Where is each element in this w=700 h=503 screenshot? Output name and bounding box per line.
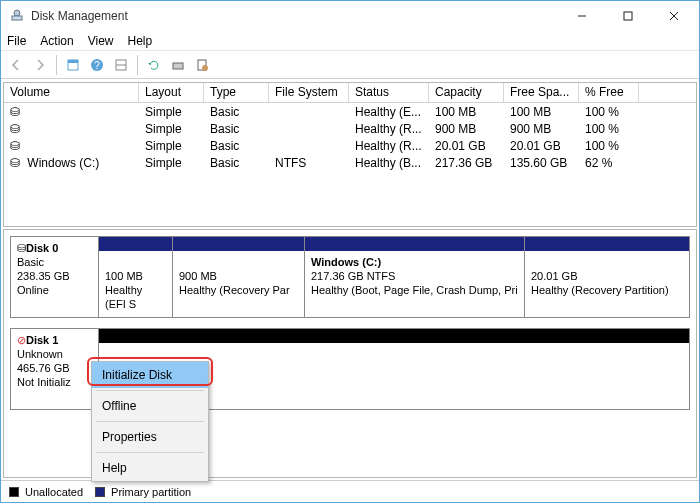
legend-label-primary: Primary partition — [111, 486, 191, 498]
app-icon — [9, 8, 25, 24]
ctx-separator — [96, 421, 204, 422]
col-type[interactable]: Type — [204, 83, 269, 102]
rescan-icon[interactable] — [167, 54, 189, 76]
svg-point-14 — [202, 65, 208, 71]
window-title: Disk Management — [31, 9, 559, 23]
forward-button[interactable] — [29, 54, 51, 76]
disk-icon: ⛁ — [17, 242, 26, 254]
partition-bar — [173, 237, 304, 251]
partition-bar — [99, 329, 689, 343]
context-menu: Initialize Disk Offline Properties Help — [91, 361, 209, 482]
svg-rect-7 — [68, 60, 78, 63]
minimize-button[interactable] — [559, 2, 605, 30]
legend-swatch-primary — [95, 487, 105, 497]
svg-rect-1 — [12, 16, 22, 20]
partition-windows-c[interactable]: Windows (C:)217.36 GB NTFSHealthy (Boot,… — [305, 237, 525, 317]
menubar: File Action View Help — [1, 31, 699, 51]
volume-row[interactable]: ⛁ Simple Basic Healthy (R... 900 MB 900 … — [4, 120, 696, 137]
svg-rect-3 — [624, 12, 632, 20]
refresh-icon[interactable] — [143, 54, 165, 76]
volume-icon: ⛁ — [10, 122, 24, 136]
properties-icon[interactable] — [191, 54, 213, 76]
legend-swatch-unallocated — [9, 487, 19, 497]
col-filesystem[interactable]: File System — [269, 83, 349, 102]
svg-point-0 — [14, 10, 20, 16]
maximize-button[interactable] — [605, 2, 651, 30]
ctx-help[interactable]: Help — [92, 455, 208, 481]
col-capacity[interactable]: Capacity — [429, 83, 504, 102]
partition-recovery-1[interactable]: 900 MBHealthy (Recovery Par — [173, 237, 305, 317]
col-pctfree[interactable]: % Free — [579, 83, 639, 102]
settings-icon[interactable] — [110, 54, 132, 76]
disk-error-icon: ⊘ — [17, 334, 26, 346]
col-volume[interactable]: Volume — [4, 83, 139, 102]
disk-0-label[interactable]: ⛁Disk 0 Basic 238.35 GB Online — [11, 237, 99, 317]
disk-0-row[interactable]: ⛁Disk 0 Basic 238.35 GB Online 100 MBHea… — [10, 236, 690, 318]
col-status[interactable]: Status — [349, 83, 429, 102]
volume-row[interactable]: ⛁ Simple Basic Healthy (E... 100 MB 100 … — [4, 103, 696, 120]
ctx-separator — [96, 452, 204, 453]
toolbar: ? — [1, 51, 699, 79]
partition-bar — [99, 237, 172, 251]
ctx-initialize-disk[interactable]: Initialize Disk — [92, 362, 208, 388]
legend-label-unallocated: Unallocated — [25, 486, 83, 498]
help-icon[interactable]: ? — [86, 54, 108, 76]
partition-recovery-2[interactable]: 20.01 GBHealthy (Recovery Partition) — [525, 237, 689, 317]
svg-text:?: ? — [94, 60, 100, 71]
volume-list[interactable]: Volume Layout Type File System Status Ca… — [3, 82, 697, 227]
volume-icon: ⛁ — [10, 156, 24, 170]
partition-efi[interactable]: 100 MBHealthy (EFI S — [99, 237, 173, 317]
menu-view[interactable]: View — [88, 34, 114, 48]
col-free[interactable]: Free Spa... — [504, 83, 579, 102]
show-hide-icon[interactable] — [62, 54, 84, 76]
volume-row[interactable]: ⛁ Simple Basic Healthy (R... 20.01 GB 20… — [4, 137, 696, 154]
svg-rect-12 — [173, 63, 183, 69]
ctx-separator — [96, 390, 204, 391]
back-button[interactable] — [5, 54, 27, 76]
volume-row[interactable]: ⛁ Windows (C:) Simple Basic NTFS Healthy… — [4, 154, 696, 171]
volume-icon: ⛁ — [10, 105, 24, 119]
close-button[interactable] — [651, 2, 697, 30]
menu-help[interactable]: Help — [128, 34, 153, 48]
menu-action[interactable]: Action — [40, 34, 73, 48]
volume-icon: ⛁ — [10, 139, 24, 153]
ctx-properties[interactable]: Properties — [92, 424, 208, 450]
partition-bar — [525, 237, 689, 251]
menu-file[interactable]: File — [7, 34, 26, 48]
col-layout[interactable]: Layout — [139, 83, 204, 102]
legend: Unallocated Primary partition — [1, 480, 699, 502]
volume-list-header: Volume Layout Type File System Status Ca… — [4, 83, 696, 103]
disk-1-label[interactable]: ⊘Disk 1 Unknown 465.76 GB Not Initializ — [11, 329, 99, 409]
titlebar: Disk Management — [1, 1, 699, 31]
partition-bar — [305, 237, 524, 251]
ctx-offline[interactable]: Offline — [92, 393, 208, 419]
